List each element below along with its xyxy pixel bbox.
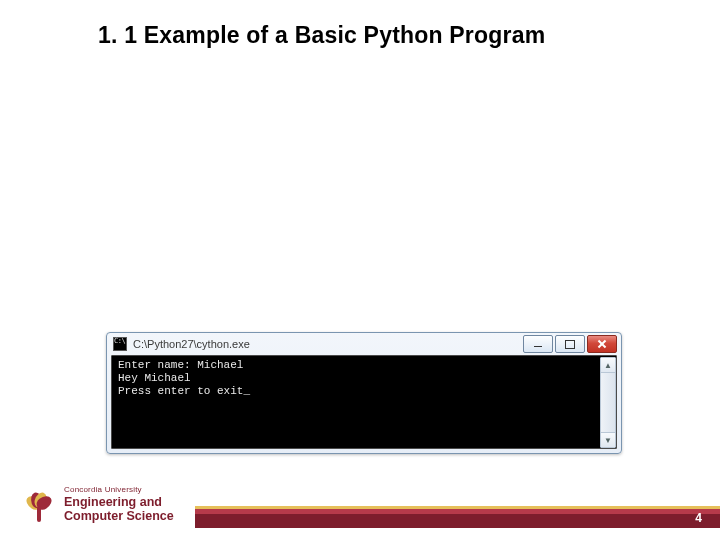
slide: 1. 1 Example of a Basic Python Program C… bbox=[0, 0, 720, 540]
console-output: Enter name: Michael Hey Michael Press en… bbox=[111, 355, 617, 449]
window-title-text: C:\Python27\cython.exe bbox=[133, 338, 521, 350]
vertical-scrollbar[interactable]: ▲ ▼ bbox=[600, 357, 616, 448]
console-line-3: Press enter to exit bbox=[118, 385, 250, 397]
scroll-down-icon[interactable]: ▼ bbox=[601, 432, 615, 447]
console-line-2: Hey Michael bbox=[118, 372, 191, 384]
department-line2: Computer Science bbox=[64, 510, 174, 523]
slide-footer: 4 Concordia University Engineering and C… bbox=[0, 484, 720, 540]
console-line-1: Enter name: Michael bbox=[118, 359, 243, 371]
scroll-up-icon[interactable]: ▲ bbox=[601, 358, 615, 373]
concordia-logo-icon bbox=[22, 486, 56, 526]
minimize-button[interactable] bbox=[523, 335, 553, 353]
page-number: 4 bbox=[695, 511, 702, 525]
university-name: Concordia University bbox=[64, 486, 174, 494]
footer-brand: Concordia University Engineering and Com… bbox=[22, 486, 174, 526]
brand-text: Concordia University Engineering and Com… bbox=[64, 486, 174, 523]
maximize-button[interactable] bbox=[555, 335, 585, 353]
window-titlebar[interactable]: C:\Python27\cython.exe bbox=[107, 333, 621, 355]
slide-title: 1. 1 Example of a Basic Python Program bbox=[98, 22, 545, 49]
cmd-icon bbox=[113, 337, 127, 351]
window-controls bbox=[521, 335, 617, 353]
close-button[interactable] bbox=[587, 335, 617, 353]
console-window: C:\Python27\cython.exe Enter name: Micha… bbox=[106, 332, 622, 454]
department-line1: Engineering and bbox=[64, 496, 174, 509]
footer-color-band bbox=[195, 506, 720, 528]
